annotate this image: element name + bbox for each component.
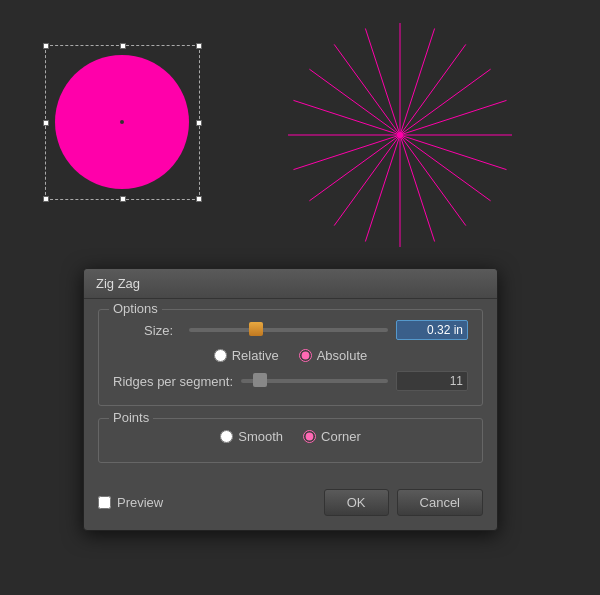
- starburst-svg: [280, 15, 520, 255]
- absolute-radio[interactable]: [299, 349, 312, 362]
- svg-line-16: [293, 135, 400, 170]
- options-group-label: Options: [109, 301, 162, 316]
- ridges-input[interactable]: [396, 371, 468, 391]
- size-slider-track[interactable]: [189, 328, 388, 332]
- absolute-option[interactable]: Absolute: [299, 348, 368, 363]
- circle-svg: [45, 45, 200, 200]
- svg-line-20: [334, 44, 400, 135]
- zig-zag-dialog: Zig Zag Options Size: Relative: [83, 268, 498, 531]
- size-input[interactable]: [396, 320, 468, 340]
- ridges-row: Ridges per segment:: [113, 371, 468, 391]
- svg-point-22: [397, 132, 403, 138]
- smooth-option[interactable]: Smooth: [220, 429, 283, 444]
- absolute-label: Absolute: [317, 348, 368, 363]
- canvas-area: [0, 0, 600, 260]
- preview-option[interactable]: Preview: [98, 495, 163, 510]
- relative-label: Relative: [232, 348, 279, 363]
- svg-line-6: [400, 100, 507, 135]
- svg-line-11: [400, 135, 435, 242]
- corner-radio[interactable]: [303, 430, 316, 443]
- size-row: Size:: [113, 320, 468, 340]
- footer-buttons: OK Cancel: [324, 489, 483, 516]
- svg-line-9: [400, 135, 491, 201]
- dialog-footer: Preview OK Cancel: [84, 485, 497, 516]
- svg-line-14: [334, 135, 400, 226]
- svg-line-3: [400, 28, 435, 135]
- options-group: Options Size: Relative Absolute: [98, 309, 483, 406]
- svg-line-4: [400, 44, 466, 135]
- svg-line-13: [365, 135, 400, 242]
- ridges-slider-track[interactable]: [241, 379, 388, 383]
- ok-button[interactable]: OK: [324, 489, 389, 516]
- svg-line-21: [365, 28, 400, 135]
- smooth-corner-row: Smooth Corner: [113, 429, 468, 444]
- relative-option[interactable]: Relative: [214, 348, 279, 363]
- corner-label: Corner: [321, 429, 361, 444]
- cancel-button[interactable]: Cancel: [397, 489, 483, 516]
- relative-radio[interactable]: [214, 349, 227, 362]
- svg-line-15: [309, 135, 400, 201]
- circle-object[interactable]: [45, 45, 200, 200]
- dialog-title: Zig Zag: [96, 276, 140, 291]
- svg-line-18: [293, 100, 400, 135]
- svg-line-8: [400, 135, 507, 170]
- svg-line-5: [400, 69, 491, 135]
- size-slider-thumb[interactable]: [249, 322, 263, 336]
- size-label: Size:: [113, 323, 173, 338]
- corner-option[interactable]: Corner: [303, 429, 361, 444]
- smooth-radio[interactable]: [220, 430, 233, 443]
- svg-line-19: [309, 69, 400, 135]
- dialog-content: Options Size: Relative Absolute: [84, 299, 497, 485]
- relative-absolute-row: Relative Absolute: [113, 348, 468, 363]
- svg-point-1: [120, 120, 124, 124]
- points-group-label: Points: [109, 410, 153, 425]
- preview-label: Preview: [117, 495, 163, 510]
- dialog-titlebar[interactable]: Zig Zag: [84, 269, 497, 299]
- preview-checkbox[interactable]: [98, 496, 111, 509]
- svg-line-10: [400, 135, 466, 226]
- ridges-slider-thumb[interactable]: [253, 373, 267, 387]
- ridges-label: Ridges per segment:: [113, 374, 233, 389]
- smooth-label: Smooth: [238, 429, 283, 444]
- points-group: Points Smooth Corner: [98, 418, 483, 463]
